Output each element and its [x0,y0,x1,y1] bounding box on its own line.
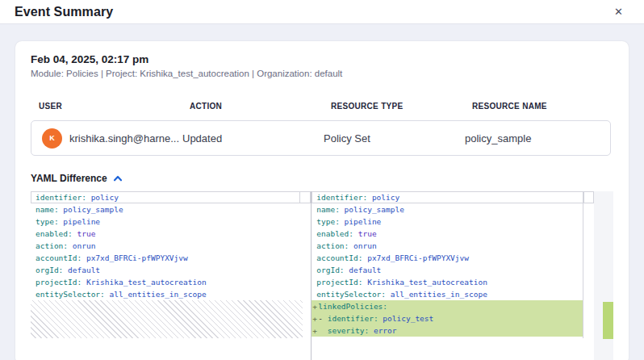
removed-lines-placeholder [31,300,303,338]
diff-left-code: identifier: policyname: policy_sampletyp… [31,191,311,338]
code-line: identifier: policy [31,191,303,203]
audit-table-header: USER ACTION RESOURCE TYPE RESOURCE NAME [31,102,613,111]
resource-name-value: policy_sample [465,132,610,144]
close-icon[interactable]: ✕ [613,5,625,19]
code-line: name: policy_sample [312,203,583,216]
code-line: projectId: Krishika_test_autocreation [31,276,303,288]
code-line: identifier: policy [312,191,583,203]
yaml-difference-toggle[interactable]: YAML Difference [31,173,123,184]
user-email: krishika.singh@harne... [69,132,179,144]
resource-type-value: Policy Set [324,132,465,144]
added-line-marker: + [312,324,317,337]
code-line: orgId: default [312,264,583,276]
event-meta: Module: Policies | Project: Krishika_tes… [31,69,613,78]
table-row: K krishika.singh@harne... Updated Policy… [31,120,611,156]
yaml-diff-viewer: identifier: policyname: policy_sampletyp… [31,191,613,360]
left-scrollbar-top-box [299,191,311,203]
diff-minimap-scrollbar[interactable] [594,191,613,360]
code-line: entitySelector: all_entities_in_scope [312,288,583,300]
code-line: action: onrun [31,240,303,252]
code-line-added: + severity: error [312,324,595,337]
code-line: action: onrun [312,240,583,252]
added-line-marker: + [312,312,317,324]
code-line-added: +- identifier: policy_test [312,312,595,324]
code-line: type: pipeline [31,216,303,228]
page-title: Event Summary [15,5,113,19]
dialog-header: Event Summary ✕ [0,0,644,24]
avatar: K [42,128,62,149]
code-line: entitySelector: all_entities_in_scope [31,288,303,300]
col-user: USER [31,102,182,111]
col-resource-name: RESOURCE NAME [464,102,613,111]
event-timestamp: Feb 04, 2025, 02:17 pm [31,53,613,65]
code-line: type: pipeline [312,216,583,228]
action-value: Updated [182,132,324,144]
left-scrollbar-gutter[interactable] [299,191,311,360]
code-line: name: policy_sample [31,203,303,216]
diff-pane-old[interactable]: identifier: policyname: policy_sampletyp… [31,191,311,360]
col-resource-type: RESOURCE TYPE [323,102,464,111]
code-line: projectId: Krishika_test_autocreation [312,276,583,288]
code-line: orgId: default [31,264,303,276]
yaml-difference-label: YAML Difference [31,173,107,184]
diff-right-code: identifier: policyname: policy_sampletyp… [312,191,594,337]
chevron-up-icon [113,175,123,182]
code-line-added: +linkedPolicies: [312,300,595,312]
col-action: ACTION [182,102,323,111]
diff-pane-new[interactable]: identifier: policyname: policy_sampletyp… [311,191,594,360]
user-cell: K krishika.singh@harne... [31,128,182,149]
code-line: accountId: px7xd_BFRCi-pfWPYXVjvw [31,252,303,264]
added-line-marker: + [312,300,317,312]
event-summary-card: Feb 04, 2025, 02:17 pm Module: Policies … [15,41,629,360]
right-scrollbar-top-box [583,191,594,203]
code-line: enabled: true [312,228,583,240]
minimap-added-chunk [603,302,613,339]
right-scrollbar-gutter[interactable] [583,191,594,338]
code-line: accountId: px7xd_BFRCi-pfWPYXVjvw [312,252,583,264]
code-line: enabled: true [31,228,303,240]
